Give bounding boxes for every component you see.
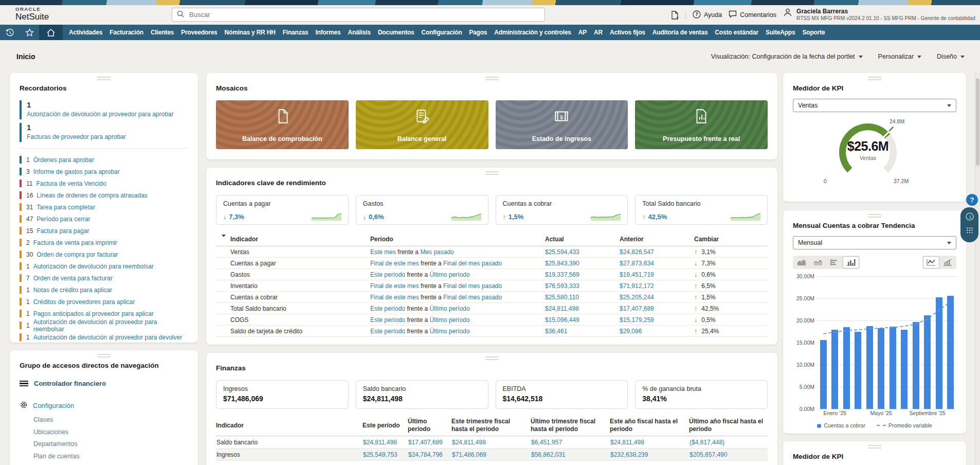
nav-item-soporte[interactable]: Soporte (802, 29, 825, 36)
reminder-item[interactable]: 11Factura de venta Vencido (20, 180, 188, 187)
nav-item-proveedores[interactable]: Proveedores (181, 29, 217, 36)
home-tab[interactable] (39, 25, 63, 40)
shortcut-configuracion[interactable]: Configuración (20, 401, 188, 410)
finance-value[interactable]: $24,811,498 (452, 439, 486, 446)
reminder-label[interactable]: Autorización de devolución al proveedor … (33, 334, 183, 341)
kpi-previous-value[interactable]: $27,873,634 (620, 260, 654, 267)
kpi-select[interactable]: Ventas (793, 99, 956, 112)
chart-type-button-line-chart[interactable] (923, 256, 939, 269)
chart-type-button-ascending-bar-chart[interactable] (939, 256, 956, 269)
search-input[interactable] (188, 10, 540, 19)
period-link[interactable]: Último período (429, 328, 469, 335)
reminder-item[interactable]: 1Pagos anticipados al proveedor para apl… (20, 310, 188, 317)
reminder-label[interactable]: Órdenes para aprobar (33, 156, 94, 164)
nav-item-ap[interactable]: AP (578, 29, 587, 36)
info-icon[interactable]: i (966, 212, 974, 223)
nav-item-clientes[interactable]: Clientes (151, 29, 174, 36)
reminder-item[interactable]: 1Autorización de devolución para reembol… (20, 262, 188, 270)
reminder-label[interactable]: Factura para pagar (37, 227, 89, 235)
help-menu[interactable]: ? Ayuda (693, 10, 722, 20)
kpi-previous-value[interactable]: $71,912,172 (620, 282, 654, 290)
finance-card-ingresos[interactable]: Ingresos$71,486,069 (216, 380, 349, 409)
finance-card-saldo-bancario[interactable]: Saldo bancario$24,811,498 (356, 380, 488, 409)
period-link[interactable]: Mes pasado (420, 248, 453, 256)
chart-type-button-horizontal-bar-chart[interactable] (826, 256, 843, 269)
reminder-item[interactable]: 1Autorización de devolución al proveedor… (20, 321, 188, 329)
nav-item-costo-est-ndar[interactable]: Costo estándar (715, 29, 758, 36)
kpi-actual-value[interactable]: $25,580,110 (545, 294, 579, 301)
reminder-label[interactable]: Factura de venta para imprimir (33, 239, 117, 246)
kpi-actual-value[interactable]: $76,593,333 (545, 282, 579, 290)
user-menu[interactable]: Graciela Barreras RTSS MX MFG PRM v2024.… (783, 8, 975, 22)
reminder-item[interactable]: 3Informe de gastos para aprobar (20, 168, 188, 175)
period-link[interactable]: Final de este mes (370, 294, 419, 301)
kpi-actual-value[interactable]: $25,594,433 (545, 248, 579, 256)
kpi-previous-value[interactable]: $19,451,719 (620, 271, 654, 278)
period-link[interactable]: Final del mes pasado (443, 294, 502, 301)
drag-handle[interactable] (97, 77, 111, 80)
period-select[interactable]: Mensual (793, 236, 956, 249)
nav-item-ar[interactable]: AR (594, 29, 603, 36)
finance-value[interactable]: ($4,617,448) (689, 439, 724, 446)
nav-item-facturaci-n[interactable]: Facturación (110, 29, 143, 36)
nav-item-administraci-n-y-controles[interactable]: Administración y controles (494, 29, 571, 36)
shortcut-link-departamentos[interactable]: Departamentos (33, 440, 188, 448)
finance-value[interactable]: $232,638,239 (610, 451, 648, 458)
comments-menu[interactable]: Comentarios (729, 10, 776, 20)
finance-value[interactable]: $17,407,689 (408, 439, 443, 446)
grid-dots-icon[interactable] (966, 227, 973, 237)
reminder-label[interactable]: Orden de venta para facturar (33, 275, 113, 282)
period-link[interactable]: Final del mes pasado (443, 282, 502, 290)
nav-item-informes[interactable]: Informes (315, 29, 340, 36)
finance-value[interactable]: $25,549,753 (363, 451, 397, 458)
kpi-previous-value[interactable]: $17,407,689 (620, 305, 654, 312)
shortcut-link-plan-de-cuentas[interactable]: Plan de cuentas (33, 453, 188, 460)
reminder-item[interactable]: 7Orden de venta para facturar (20, 274, 188, 282)
kpi-card-cuentas-a-cobrar[interactable]: Cuentas a cobrar↑1,5% (496, 195, 628, 225)
shortcut-link-clases[interactable]: Clases (33, 416, 188, 423)
kpi-card-cuentas-a-pagar[interactable]: Cuentas a pagar↓7,3% (216, 195, 349, 225)
period-link[interactable]: Final de este mes (370, 282, 419, 290)
indicator-filter-caret[interactable] (222, 237, 226, 244)
nav-item-auditor-a-de-ventas[interactable]: Auditoría de ventas (652, 29, 708, 36)
shortcut-controlador-financiero[interactable]: Controlador financiero (20, 380, 188, 387)
tile-balance-general[interactable]: Balance general (356, 100, 488, 149)
kpi-actual-value[interactable]: $25,843,390 (545, 260, 579, 267)
period-link[interactable]: Final de este mes (370, 260, 419, 267)
finance-value[interactable]: $24,784,796 (408, 451, 443, 458)
assistant-side-panel[interactable]: i (960, 207, 978, 242)
reminder-label[interactable]: Informe de gastos para aprobar (33, 168, 120, 175)
kpi-actual-value[interactable]: $15,096,449 (545, 316, 579, 324)
shortcut-link-ubicaciones[interactable]: Ubicaciones (33, 428, 188, 436)
reminder-item[interactable]: 47Período para cerrar (20, 215, 188, 223)
kpi-card-total-saldo-bancario[interactable]: Total Saldo bancario↑42,5% (635, 195, 768, 225)
scrollbar-thumb[interactable] (976, 78, 979, 166)
view-settings-dropdown[interactable]: Visualización: Configuración de la fecha… (711, 53, 863, 60)
period-link[interactable]: Final del mes pasado (443, 260, 502, 267)
drag-handle[interactable] (485, 171, 499, 175)
reminder-item[interactable]: 1Órdenes para aprobar (20, 156, 188, 164)
finance-card-ebitda[interactable]: EBITDA$14,642,518 (496, 380, 628, 409)
personalize-dropdown[interactable]: Personalizar (878, 53, 921, 60)
favorites-star-icon[interactable] (20, 25, 39, 40)
tile-balance-de-comprobaci-n[interactable]: Balance de comprobación (216, 100, 349, 149)
drag-handle[interactable] (485, 77, 499, 80)
reminder-label[interactable]: Tarea para completar (37, 204, 95, 211)
nav-item-n-minas-y-rr-hh[interactable]: Nóminas y RR HH (225, 29, 276, 36)
kpi-previous-value[interactable]: $29,086 (620, 328, 642, 335)
period-link[interactable]: Último período (429, 271, 469, 278)
kpi-previous-value[interactable]: $24,826,547 (620, 248, 654, 256)
nav-item-configuraci-n[interactable]: Configuración (422, 29, 462, 36)
finance-value[interactable]: $205,657,490 (689, 451, 727, 458)
nav-item-finanzas[interactable]: Finanzas (283, 29, 308, 36)
kpi-actual-value[interactable]: $36,461 (545, 328, 567, 335)
reminder-label[interactable]: Orden de compra por facturar (37, 251, 118, 258)
netsuite-logo[interactable]: ORACLE NetSuite (15, 7, 49, 21)
drag-handle[interactable] (485, 356, 499, 360)
finance-card-de-ganancia-bruta[interactable]: % de ganancia bruta38,41% (635, 380, 768, 409)
kpi-card-gastos[interactable]: Gastos↓0,6% (356, 195, 488, 225)
new-document-icon[interactable] (671, 11, 679, 20)
drag-handle[interactable] (97, 354, 111, 357)
kpi-actual-value[interactable]: $24,811,498 (545, 305, 579, 312)
tile-estado-de-ingresos[interactable]: $Estado de ingresos (496, 100, 628, 149)
